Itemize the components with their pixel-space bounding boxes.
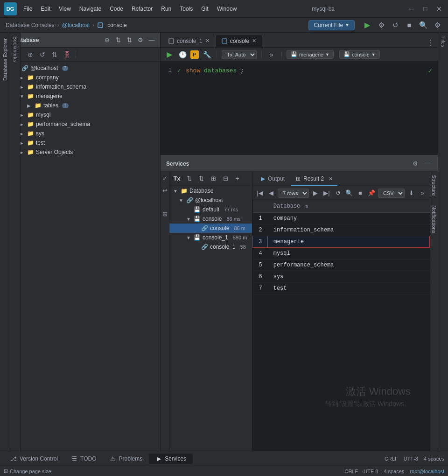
duplicate-btn[interactable]: ⊕ <box>25 49 35 60</box>
tree-item-tables[interactable]: ▶ 📁 tables 1 <box>10 101 160 110</box>
status-tab-services[interactable]: ▶ Services <box>149 454 193 464</box>
more-toolbar-btn[interactable]: » <box>266 49 277 60</box>
settings-db-icon[interactable]: ⚙ <box>136 35 145 45</box>
encoding-info[interactable]: UTF-8 <box>404 456 418 462</box>
files-tab[interactable]: Files <box>440 33 447 51</box>
result-row-2[interactable]: 2 information_schema <box>253 224 430 236</box>
svc-tree-database[interactable]: ▼ 📁 Database <box>169 186 252 196</box>
svc-tree-console[interactable]: ▼ 💾 console 86 ms <box>169 214 252 224</box>
results-prev-btn[interactable]: ◀ <box>266 189 276 198</box>
history-btn[interactable]: 🕐 <box>177 49 188 60</box>
results-more-btn[interactable]: » <box>418 189 427 198</box>
remove-btn[interactable]: 🗄 <box>62 49 72 60</box>
menu-code[interactable]: Code <box>106 4 127 14</box>
rows-select[interactable]: 7 rows <box>278 189 309 198</box>
menu-edit[interactable]: Edit <box>37 4 54 14</box>
settings-icon-btn[interactable]: ⚙ <box>432 20 442 30</box>
tab-result2-close[interactable]: ✕ <box>329 176 333 182</box>
svc-collapse-all-btn[interactable]: ⇅ <box>184 174 194 183</box>
results-download-btn[interactable]: ⬇ <box>406 189 416 198</box>
results-stop-btn[interactable]: ■ <box>356 189 365 198</box>
current-file-button[interactable]: Current File ▼ <box>308 20 355 30</box>
status-tab-problems[interactable]: ⚠ Problems <box>103 454 149 464</box>
tab-console-close[interactable]: ✕ <box>252 38 256 44</box>
tree-item-localhost[interactable]: ▼ 🔗 @localhost 7 <box>10 63 160 73</box>
tab-console[interactable]: console ✕ <box>216 34 262 47</box>
svc-layout-btn[interactable]: ⊞ <box>209 174 218 183</box>
reload-icon-btn[interactable]: ↺ <box>390 20 400 30</box>
tree-item-sys[interactable]: ▶ 📁 sys <box>10 129 160 138</box>
status-tab-version-control[interactable]: ⎇ Version Control <box>4 454 64 464</box>
filter-icon[interactable]: ⇅ <box>113 35 123 45</box>
results-first-btn[interactable]: |◀ <box>255 189 265 198</box>
introspect-btn[interactable]: ⇅ <box>49 49 60 60</box>
tree-item-menagerie[interactable]: ▼ 📁 menagerie <box>10 91 160 101</box>
tree-item-information-schema[interactable]: ▶ 📁 information_schema <box>10 82 160 91</box>
stop-icon-btn[interactable]: ■ <box>404 20 414 30</box>
results-pin-btn[interactable]: 📌 <box>367 189 376 198</box>
db-explorer-tab[interactable]: Database Explorer <box>1 35 9 84</box>
menu-window[interactable]: Window <box>213 4 241 14</box>
result-row-7[interactable]: 7 test <box>253 283 430 294</box>
maximize-button[interactable]: □ <box>420 4 430 14</box>
console-selector[interactable]: 💾 console ▼ <box>339 50 380 59</box>
tab-console-1[interactable]: console_1 ✕ <box>162 34 216 47</box>
svc-expand-all-btn[interactable]: ⇅ <box>196 174 206 183</box>
change-page-size[interactable]: ⊞ Change page size <box>4 468 51 474</box>
csv-select[interactable]: CSV <box>378 189 405 198</box>
svc-tree-console1-item[interactable]: ▶ 🔗 console_1 58 <box>169 242 252 252</box>
tab-console1-close[interactable]: ✕ <box>205 38 210 44</box>
breadcrumb-part-1[interactable]: Database Consoles <box>6 22 55 28</box>
collapse-db-icon[interactable]: — <box>147 35 156 45</box>
results-search-btn[interactable]: 🔍 <box>344 189 354 198</box>
tree-item-company[interactable]: ▶ 📁 company <box>10 73 160 82</box>
refresh-btn[interactable]: ↺ <box>37 49 48 60</box>
result-row-1[interactable]: 1 company <box>253 213 430 224</box>
result-row-6[interactable]: 6 sys <box>253 271 430 283</box>
db-selector[interactable]: 💾 menagerie ▼ <box>287 50 334 59</box>
menu-refactor[interactable]: Refactor <box>128 4 156 14</box>
pin-btn[interactable]: P <box>190 50 199 59</box>
sync-icon[interactable]: ⇅ <box>125 35 134 45</box>
svc-tree-default[interactable]: ▶ 💾 default 77 ms <box>169 205 252 214</box>
svc-undo-icon[interactable]: ↩ <box>161 186 169 195</box>
svc-pin-btn[interactable]: ⊟ <box>221 174 230 183</box>
tree-item-mysql[interactable]: ▶ 📁 mysql <box>10 110 160 119</box>
result-row-4[interactable]: 4 mysql <box>253 248 430 259</box>
results-last-btn[interactable]: ▶| <box>322 189 331 198</box>
services-settings-icon[interactable]: ⚙ <box>411 159 420 168</box>
menu-run[interactable]: Run <box>157 4 175 14</box>
col-database-header[interactable]: Database ⇅ <box>268 200 430 213</box>
svc-check-icon[interactable]: ✓ <box>161 174 169 182</box>
result-row-5[interactable]: 5 performance_schema <box>253 259 430 271</box>
structure-tab[interactable]: Structure <box>430 171 438 200</box>
tree-item-test[interactable]: ▶ 📁 test <box>10 138 160 147</box>
menu-git[interactable]: Git <box>197 4 212 14</box>
menu-navigate[interactable]: Navigate <box>76 4 105 14</box>
breadcrumb-part-2[interactable]: @localhost <box>62 22 90 28</box>
run-query-btn[interactable]: ▶ <box>164 49 175 60</box>
search-icon-btn[interactable]: 🔍 <box>418 20 428 30</box>
minimize-button[interactable]: ─ <box>406 4 416 14</box>
tabs-more-btn[interactable]: ⋮ <box>425 38 436 47</box>
svc-grid-icon[interactable]: ⊞ <box>161 210 169 218</box>
bottom-spaces[interactable]: 4 spaces <box>384 469 404 474</box>
add-db-icon[interactable]: ⊕ <box>102 35 112 45</box>
menu-tools[interactable]: Tools <box>176 4 196 14</box>
svc-tree-console1[interactable]: ▼ 💾 console_1 580 m <box>169 233 252 242</box>
results-content[interactable]: Database ⇅ 1 company <box>252 200 430 451</box>
debug-icon-btn[interactable]: ⚙ <box>376 20 386 30</box>
query-settings-btn[interactable]: 🔧 <box>202 49 212 60</box>
svc-tree-localhost[interactable]: ▼ 🔗 @localhost <box>169 196 252 205</box>
notifications-tab[interactable]: Notifications <box>430 202 438 237</box>
bottom-utf8[interactable]: UTF-8 <box>364 469 378 474</box>
menu-view[interactable]: View <box>55 4 75 14</box>
crlf-info[interactable]: CRLF <box>385 456 398 462</box>
editor-content[interactable]: 1 ✓ show databases ; ✓ <box>161 62 438 155</box>
status-tab-todo[interactable]: ☰ TODO <box>64 454 103 464</box>
services-collapse-icon[interactable]: — <box>423 159 432 168</box>
results-next-btn[interactable]: ▶ <box>311 189 320 198</box>
tree-item-server-objects[interactable]: ▶ 📁 Server Objects <box>10 147 160 157</box>
results-reload-btn[interactable]: ↺ <box>333 189 343 198</box>
tab-output[interactable]: ▶ Output <box>256 173 289 186</box>
